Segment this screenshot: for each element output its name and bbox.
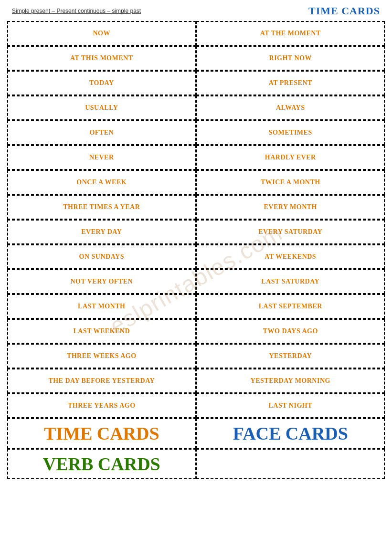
card-left-text-8: EVERY DAY (81, 228, 122, 236)
card-right-10: LAST SATURDAY (196, 269, 385, 294)
card-right-text-5: HARDLY EVER (265, 154, 316, 161)
card-right-9: AT WEEKENDS (196, 244, 385, 269)
card-right-text-2: AT PRESENT (269, 79, 312, 87)
face-cards-footer: FACE CARDS (196, 418, 385, 449)
card-right-text-6: TWICE A MONTH (261, 179, 320, 186)
card-left-text-5: NEVER (89, 154, 114, 161)
card-left-8: EVERY DAY (7, 220, 196, 244)
card-right-13: YESTERDAY (196, 344, 385, 368)
card-right-text-9: AT WEEKENDS (265, 253, 316, 261)
card-left-1: AT THIS MOMENT (7, 46, 196, 71)
card-left-6: ONCE A WEEK (7, 170, 196, 195)
card-left-text-4: OFTEN (89, 129, 114, 137)
card-left-4: OFTEN (7, 120, 196, 145)
card-left-10: NOT VERY OFTEN (7, 269, 196, 294)
card-right-15: LAST NIGHT (196, 393, 385, 418)
card-left-text-1: AT THIS MOMENT (70, 54, 133, 62)
card-right-5: HARDLY EVER (196, 145, 385, 170)
face-cards-label: FACE CARDS (233, 423, 348, 444)
card-right-8: EVERY SATURDAY (196, 220, 385, 244)
card-left-12: LAST WEEKEND (7, 319, 196, 344)
card-left-0: NOW (7, 21, 196, 46)
card-left-text-13: THREE WEEKS AGO (67, 352, 137, 360)
card-right-text-0: AT THE MOMENT (260, 30, 321, 37)
card-right-text-12: TWO DAYS AGO (263, 327, 318, 335)
header: Simple present – Present continuous – si… (7, 5, 385, 17)
card-right-6: TWICE A MONTH (196, 170, 385, 195)
page: Simple present – Present continuous – si… (0, 0, 392, 558)
card-right-text-1: RIGHT NOW (269, 54, 312, 62)
card-right-12: TWO DAYS AGO (196, 319, 385, 344)
card-right-11: LAST SEPTEMBER (196, 294, 385, 319)
card-left-text-2: TODAY (89, 79, 114, 87)
card-left-text-0: NOW (93, 30, 111, 37)
time-cards-label: TIME CARDS (44, 423, 159, 444)
card-left-2: TODAY (7, 71, 196, 95)
verb-cards-footer: VERB CARDS (7, 449, 196, 479)
card-right-3: ALWAYS (196, 95, 385, 120)
card-left-5: NEVER (7, 145, 196, 170)
card-left-3: USUALLY (7, 95, 196, 120)
card-right-text-3: ALWAYS (276, 104, 305, 112)
card-right-text-14: YESTERDAY MORNING (251, 377, 330, 385)
card-right-text-4: SOMETIMES (269, 129, 312, 137)
card-right-0: AT THE MOMENT (196, 21, 385, 46)
card-left-9: ON SUNDAYS (7, 244, 196, 269)
empty-footer (196, 449, 385, 479)
card-left-text-6: ONCE A WEEK (76, 179, 127, 186)
card-right-text-13: YESTERDAY (269, 352, 312, 360)
card-right-text-8: EVERY SATURDAY (258, 228, 322, 236)
card-right-2: AT PRESENT (196, 71, 385, 95)
card-right-7: EVERY MONTH (196, 195, 385, 220)
header-title: TIME CARDS (308, 5, 380, 17)
card-left-text-12: LAST WEEKEND (73, 327, 130, 335)
footer-grid: TIME CARDS FACE CARDS VERB CARDS (7, 418, 385, 479)
card-left-text-15: THREE YEARS AGO (68, 402, 136, 410)
card-left-text-14: THE DAY BEFORE YESTERDAY (48, 377, 155, 385)
card-right-text-7: EVERY MONTH (264, 203, 317, 211)
card-left-7: THREE TIMES A YEAR (7, 195, 196, 220)
card-right-text-15: LAST NIGHT (269, 402, 313, 410)
card-left-text-7: THREE TIMES A YEAR (63, 203, 140, 211)
card-right-text-10: LAST SATURDAY (261, 278, 319, 285)
header-subtitle: Simple present – Present continuous – si… (12, 8, 141, 14)
time-cards-footer: TIME CARDS (7, 418, 196, 449)
card-left-text-10: NOT VERY OFTEN (70, 278, 133, 285)
card-left-15: THREE YEARS AGO (7, 393, 196, 418)
card-left-text-9: ON SUNDAYS (79, 253, 124, 261)
card-right-text-11: LAST SEPTEMBER (259, 303, 322, 310)
card-left-14: THE DAY BEFORE YESTERDAY (7, 368, 196, 393)
card-right-14: YESTERDAY MORNING (196, 368, 385, 393)
cards-grid: NOWAT THE MOMENTAT THIS MOMENTRIGHT NOWT… (7, 21, 385, 418)
card-left-text-3: USUALLY (85, 104, 118, 112)
verb-cards-label: VERB CARDS (43, 453, 160, 474)
card-right-4: SOMETIMES (196, 120, 385, 145)
card-right-1: RIGHT NOW (196, 46, 385, 71)
card-left-13: THREE WEEKS AGO (7, 344, 196, 368)
card-left-11: LAST MONTH (7, 294, 196, 319)
card-left-text-11: LAST MONTH (78, 303, 125, 310)
